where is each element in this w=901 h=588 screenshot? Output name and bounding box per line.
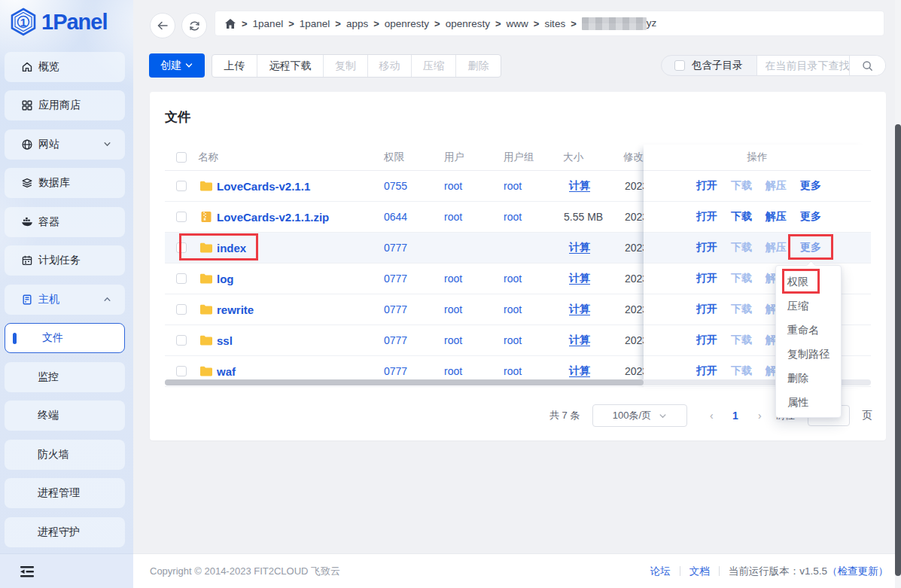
more-action-open[interactable]: 更多 [800,241,821,254]
unzip-action[interactable]: 解压 [766,179,787,193]
sidebar-item-database[interactable]: 数据库 [5,168,125,198]
breadcrumb-item[interactable]: 1panel [253,18,284,29]
breadcrumb-item[interactable]: openresty [446,18,490,29]
file-perm-link[interactable]: 0777 [384,273,407,285]
open-action[interactable]: 打开 [696,179,717,193]
menu-item-delete[interactable]: 删除 [776,366,841,390]
file-perm-link[interactable]: 0755 [384,180,407,192]
horizontal-scrollbar-track[interactable] [165,379,871,385]
unzip-action[interactable]: 解压 [766,210,787,224]
collapse-menu-icon[interactable] [20,565,35,578]
row-checkbox[interactable] [176,335,187,346]
sidebar-item-container[interactable]: 容器 [5,207,125,237]
row-checkbox[interactable] [176,242,187,253]
sidebar-item-firewall[interactable]: 防火墙 [5,440,125,470]
file-size-link[interactable]: 计算 [569,272,590,285]
file-size-link[interactable]: 计算 [569,241,590,254]
sidebar-item-appstore[interactable]: 应用商店 [5,90,125,120]
file-perm-link[interactable]: 0644 [384,211,407,223]
menu-item-compress[interactable]: 压缩 [776,294,841,318]
menu-item-rename[interactable]: 重命名 [776,318,841,342]
menu-item-copy-path[interactable]: 复制路径 [776,342,841,366]
file-perm-link[interactable]: 0777 [384,365,407,377]
download-action[interactable]: 下载 [731,364,752,378]
download-action[interactable]: 下载 [731,241,752,254]
file-group-link[interactable]: root [504,334,522,346]
sidebar-item-cronjob[interactable]: 计划任务 [5,245,125,276]
file-perm-link[interactable]: 0777 [384,242,407,254]
create-button[interactable]: 创建 [149,53,205,78]
upload-button[interactable]: 上传 [212,55,257,77]
prev-page-button[interactable]: ‹ [710,410,714,422]
select-all-checkbox[interactable] [176,152,187,163]
vertical-scrollbar-thumb[interactable] [895,124,901,576]
include-subdir-checkbox[interactable] [674,60,685,71]
download-action[interactable]: 下载 [731,334,752,347]
menu-item-properties[interactable]: 属性 [776,390,841,414]
column-header-name[interactable]: 名称 [198,151,218,164]
breadcrumb-item[interactable]: 1panel [300,18,330,29]
file-name-link[interactable]: rewrite [217,303,254,316]
docs-link[interactable]: 文档 [689,565,710,578]
home-icon[interactable] [224,18,236,29]
file-group-link[interactable]: root [504,180,522,192]
menu-item-permission[interactable]: 权限 [776,270,841,294]
delete-button[interactable]: 删除 [455,55,501,77]
row-checkbox[interactable] [176,304,187,315]
sidebar-item-monitor[interactable]: 监控 [5,362,125,392]
next-page-button[interactable]: › [758,410,762,422]
file-user-link[interactable]: root [444,303,462,315]
column-header-group[interactable]: 用户组 [504,151,534,164]
file-name-link[interactable]: LoveCards-v2.1.1 [217,180,310,193]
column-header-size[interactable]: 大小 [563,151,583,164]
file-group-link[interactable]: root [504,365,522,377]
sidebar-item-overview[interactable]: 概览 [5,52,125,82]
file-name-link[interactable]: log [217,273,234,285]
check-update-link[interactable]: （检查更新） [827,565,888,578]
breadcrumb-item[interactable]: www [507,18,528,29]
file-user-link[interactable]: root [444,365,462,377]
remote-download-button[interactable]: 远程下载 [257,55,323,77]
brand-logo[interactable]: 1 1Panel [10,6,130,38]
file-name-link[interactable]: LoveCards-v2.1.1.zip [217,211,329,224]
file-user-link[interactable]: root [444,180,462,192]
download-action[interactable]: 下载 [731,303,752,316]
file-size-link[interactable]: 计算 [569,334,590,347]
open-action[interactable]: 打开 [696,334,717,347]
file-user-link[interactable]: root [444,334,462,346]
row-checkbox[interactable] [176,366,187,376]
copy-button[interactable]: 复制 [323,55,367,77]
breadcrumb-item-censored[interactable]: yz [582,17,657,30]
search-input[interactable] [766,59,850,72]
sidebar-item-process-manage[interactable]: 进程管理 [5,478,125,508]
open-action[interactable]: 打开 [696,272,717,285]
file-user-link[interactable]: root [444,211,462,223]
more-action[interactable]: 更多 [800,210,821,224]
horizontal-scrollbar-thumb[interactable] [165,379,644,385]
open-action[interactable]: 打开 [696,303,717,316]
column-header-user[interactable]: 用户 [444,151,464,164]
sidebar-item-terminal[interactable]: 终端 [5,401,125,431]
unzip-action[interactable]: 解压 [766,241,787,254]
breadcrumb-item[interactable]: apps [346,18,368,29]
download-action[interactable]: 下载 [731,272,752,285]
file-group-link[interactable]: root [504,211,522,223]
page-size-select[interactable]: 100条/页 [592,404,687,427]
file-name-link[interactable]: ssl [217,334,233,347]
breadcrumb-item[interactable]: sites [544,18,565,29]
file-size-link[interactable]: 计算 [569,303,590,316]
file-group-link[interactable]: root [504,303,522,315]
current-page[interactable]: 1 [732,410,738,422]
row-checkbox[interactable] [176,273,187,284]
more-action[interactable]: 更多 [800,179,821,193]
vertical-scrollbar-track[interactable] [895,0,901,588]
search-button[interactable] [850,56,885,75]
download-action[interactable]: 下载 [731,210,752,224]
file-name-link[interactable]: index [217,242,246,254]
breadcrumb-item[interactable]: openresty [385,18,429,29]
file-name-link[interactable]: waf [217,365,236,378]
move-button[interactable]: 移动 [367,55,411,77]
download-action[interactable]: 下载 [731,179,752,193]
file-group-link[interactable]: root [504,273,522,285]
forum-link[interactable]: 论坛 [650,565,671,578]
